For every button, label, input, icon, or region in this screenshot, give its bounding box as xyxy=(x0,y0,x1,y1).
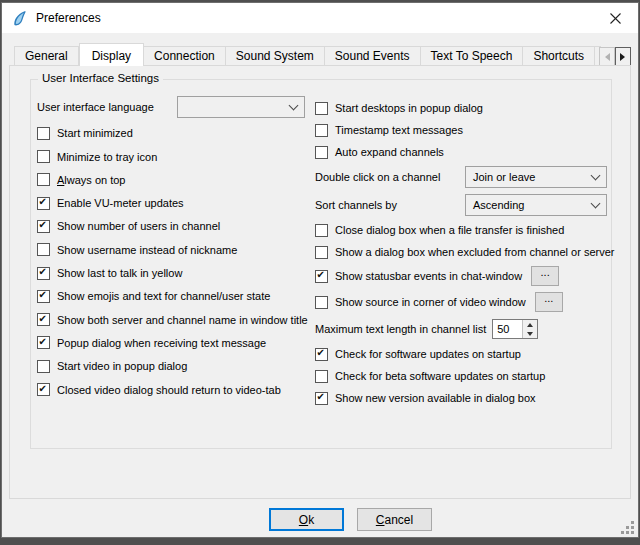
language-combobox[interactable] xyxy=(177,96,305,118)
tab-sound-system[interactable]: Sound System xyxy=(226,46,325,66)
row-vu-meter: Enable VU-meter updates xyxy=(37,195,305,211)
arrow-right-icon xyxy=(620,53,629,61)
checkbox-start-minimized[interactable] xyxy=(37,127,50,140)
row-last-to-talk: Show last to talk in yellow xyxy=(37,265,305,281)
checkbox-popup-text-message[interactable] xyxy=(37,336,50,349)
row-minimize-to-tray: Minimize to tray icon xyxy=(37,149,305,165)
tab-general[interactable]: General xyxy=(14,46,79,66)
video-source-more-button[interactable]: ... xyxy=(535,292,563,312)
row-start-minimized: Start minimized xyxy=(37,125,305,141)
checkbox-video-popup[interactable] xyxy=(37,360,50,373)
checkbox-minimize-to-tray[interactable] xyxy=(37,150,50,163)
row-always-on-top: Always on top xyxy=(37,172,305,188)
group-title: User Interface Settings xyxy=(38,72,163,84)
arrow-down-icon xyxy=(527,332,533,339)
language-row: User interface language xyxy=(37,96,305,118)
group-user-interface-settings: User Interface Settings User interface l… xyxy=(30,79,612,449)
spin-up-button[interactable] xyxy=(523,320,537,329)
checkbox-show-user-count[interactable] xyxy=(37,220,50,233)
tab-strip: General Display Connection Sound System … xyxy=(9,43,601,66)
checkbox-vu-meter[interactable] xyxy=(37,197,50,210)
arrow-left-icon xyxy=(601,53,610,61)
checkbox-show-username[interactable] xyxy=(37,243,50,256)
row-popup-text-message: Popup dialog when receiving text message xyxy=(37,335,305,351)
checkbox-desktops-popup[interactable] xyxy=(315,102,328,115)
arrow-up-icon xyxy=(527,320,533,327)
tab-shortcuts[interactable]: Shortcuts xyxy=(523,46,595,66)
checkbox-auto-expand[interactable] xyxy=(315,146,328,159)
row-check-updates: Check for software updates on startup xyxy=(315,346,607,362)
row-video-popup: Start video in popup dialog xyxy=(37,358,305,374)
checkbox-check-updates[interactable] xyxy=(315,348,328,361)
cancel-button[interactable]: Cancel xyxy=(357,508,432,531)
tab-sound-events[interactable]: Sound Events xyxy=(325,46,421,66)
tab-scroll-buttons xyxy=(599,47,631,66)
checkbox-check-beta-updates[interactable] xyxy=(315,370,328,383)
close-button[interactable] xyxy=(593,3,638,33)
row-closed-video-return: Closed video dialog should return to vid… xyxy=(37,382,305,398)
row-auto-expand: Auto expand channels xyxy=(315,144,607,160)
close-icon xyxy=(610,13,621,24)
row-desktops-popup: Start desktops in popup dialog xyxy=(315,100,607,116)
row-sort-channels: Sort channels by Ascending xyxy=(315,194,607,216)
row-video-source-corner: Show source in corner of video window ..… xyxy=(315,292,607,312)
checkbox-emojis[interactable] xyxy=(37,290,50,303)
sort-channels-label: Sort channels by xyxy=(315,199,397,211)
right-column: Start desktops in popup dialog Timestamp… xyxy=(315,100,607,406)
checkbox-new-version-dialog[interactable] xyxy=(315,392,328,405)
row-statusbar-events: Show statusbar events in chat-window ... xyxy=(315,266,607,286)
tab-connection[interactable]: Connection xyxy=(144,46,226,66)
checkbox-statusbar-events[interactable] xyxy=(315,270,328,283)
row-double-click: Double click on a channel Join or leave xyxy=(315,166,607,188)
tab-scroll-left-button[interactable] xyxy=(599,47,615,66)
statusbar-events-more-button[interactable]: ... xyxy=(531,266,559,286)
ok-button[interactable]: Ok xyxy=(269,508,344,531)
checkbox-always-on-top[interactable] xyxy=(37,173,50,186)
row-timestamp: Timestamp text messages xyxy=(315,122,607,138)
row-show-username: Show username instead of nickname xyxy=(37,242,305,258)
row-new-version-dialog: Show new version available in dialog box xyxy=(315,390,607,406)
tab-scroll-right-button[interactable] xyxy=(615,47,631,66)
language-label: User interface language xyxy=(37,101,154,113)
teamtalk-logo-icon xyxy=(11,10,28,27)
chevron-down-icon xyxy=(591,198,601,208)
tab-text-to-speech[interactable]: Text To Speech xyxy=(421,46,524,66)
grip-dots-icon xyxy=(631,531,634,534)
tab-display[interactable]: Display xyxy=(79,43,144,66)
display-tab-page: User Interface Settings User interface l… xyxy=(9,65,631,499)
tab-bar: General Display Connection Sound System … xyxy=(9,42,631,66)
row-show-user-count: Show number of users in channel xyxy=(37,218,305,234)
checkbox-close-on-transfer[interactable] xyxy=(315,224,328,237)
dialog-buttons: Ok Cancel xyxy=(269,508,432,531)
window-title: Preferences xyxy=(36,11,101,25)
sort-channels-combobox[interactable]: Ascending xyxy=(465,194,607,216)
row-close-on-transfer: Close dialog box when a file transfer is… xyxy=(315,222,607,238)
row-emojis: Show emojis and text for channel/user st… xyxy=(37,288,305,304)
double-click-label: Double click on a channel xyxy=(315,171,440,183)
max-text-length-spinbox[interactable]: 50 xyxy=(492,319,538,339)
checkbox-closed-video-return[interactable] xyxy=(37,383,50,396)
row-excluded-dialog: Show a dialog box when excluded from cha… xyxy=(315,244,607,260)
titlebar: Preferences xyxy=(2,3,638,33)
resize-grip[interactable] xyxy=(621,521,634,534)
spin-down-button[interactable] xyxy=(523,329,537,338)
preferences-window: Preferences General Display Connection S… xyxy=(1,2,639,538)
checkbox-last-to-talk[interactable] xyxy=(37,267,50,280)
chevron-down-icon xyxy=(591,170,601,180)
checkbox-timestamp[interactable] xyxy=(315,124,328,137)
checkbox-window-title[interactable] xyxy=(37,313,50,326)
checkbox-excluded-dialog[interactable] xyxy=(315,246,328,259)
row-window-title: Show both server and channel name in win… xyxy=(37,312,305,328)
checkbox-video-source-corner[interactable] xyxy=(315,296,328,309)
max-text-length-label: Maximum text length in channel list xyxy=(315,323,486,335)
row-check-beta-updates: Check for beta software updates on start… xyxy=(315,368,607,384)
left-column: User interface language Start minimized … xyxy=(37,96,305,398)
row-max-text-length: Maximum text length in channel list 50 xyxy=(315,318,607,340)
double-click-combobox[interactable]: Join or leave xyxy=(465,166,607,188)
chevron-down-icon xyxy=(289,100,299,110)
